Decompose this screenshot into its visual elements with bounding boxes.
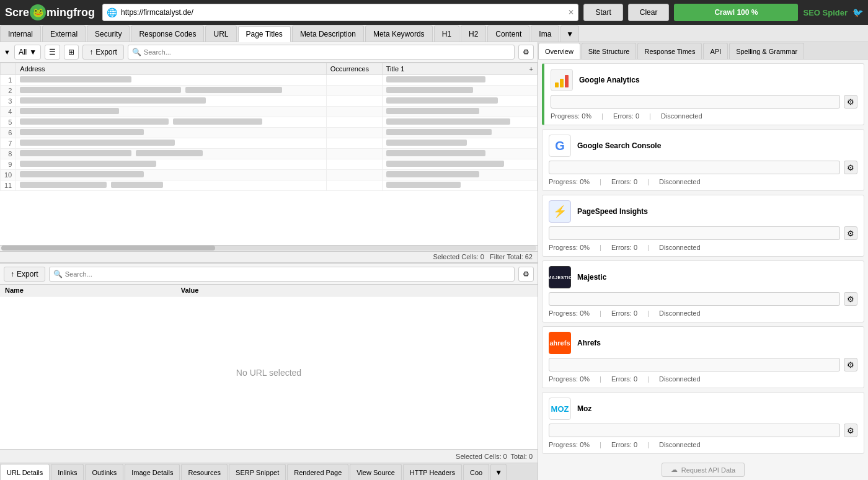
logo-text-1: Scre [5, 6, 29, 19]
row-number: 8 [1, 149, 16, 159]
right-tab-overview[interactable]: Overview [538, 43, 580, 59]
table-row[interactable]: 7 [1, 138, 538, 149]
table-row[interactable]: 9 [1, 159, 538, 170]
integration-input[interactable] [549, 424, 840, 437]
horizontal-scrollbar[interactable] [0, 245, 538, 251]
data-table: Address Occurrences Title 1 + 1 [0, 63, 538, 191]
integration-progress: Progress: 0% [549, 375, 590, 383]
integration-settings-button[interactable]: ⚙ [844, 424, 857, 437]
integration-input[interactable] [549, 226, 840, 240]
integration-input[interactable] [549, 161, 840, 174]
integration-settings-button[interactable]: ⚙ [844, 358, 857, 371]
tab-image-details[interactable]: Image Details [125, 464, 180, 480]
table-row[interactable]: 8 [1, 149, 538, 159]
filter-options-button[interactable]: ⚙ [518, 45, 534, 60]
row-title1 [382, 180, 537, 191]
col-title1[interactable]: Title 1 + [382, 63, 537, 75]
request-api-button[interactable]: ☁ Request API Data [662, 463, 745, 477]
table-row[interactable]: 3 [1, 96, 538, 107]
right-tab-response-times[interactable]: Response Times [637, 43, 702, 59]
bottom-export-button[interactable]: ↑ Export [4, 267, 45, 282]
card-header: MOZ Moz [549, 398, 857, 420]
table-row[interactable]: 2 [1, 86, 538, 96]
bottom-search-box[interactable]: 🔍 [49, 267, 515, 282]
tab-security[interactable]: Security [87, 25, 130, 42]
url-input[interactable] [121, 8, 564, 17]
tab-response-codes[interactable]: Response Codes [131, 25, 204, 42]
tab-internal[interactable]: Internal [0, 25, 41, 42]
options-icon: ⚙ [523, 48, 529, 56]
col-address[interactable]: Address [16, 63, 327, 75]
bottom-tab-bar: URL Details Inlinks Outlinks Image Detai… [0, 463, 538, 480]
integration-card-pagespeed_insights: ⚡ PageSpeed Insights ⚙ Progress: 0% | Er… [542, 195, 864, 257]
table-row[interactable]: 1 [1, 75, 538, 86]
search-input[interactable] [144, 48, 510, 56]
integration-progress: Progress: 0% [549, 178, 590, 185]
data-table-container[interactable]: Address Occurrences Title 1 + 1 [0, 63, 538, 245]
tree-view-button[interactable]: ⊞ [64, 45, 79, 60]
tab-page-titles[interactable]: Page Titles [238, 26, 291, 42]
tab-coo[interactable]: Coo [463, 464, 489, 480]
table-row[interactable]: 11 [1, 180, 538, 191]
col-name-header: Name [5, 287, 181, 294]
integration-errors: Errors: 0 [611, 441, 637, 448]
tab-ima[interactable]: Ima [531, 25, 559, 42]
card-body: ⚙ [549, 358, 857, 371]
integration-name: Google Analytics [579, 76, 640, 84]
clear-button[interactable]: Clear [628, 4, 670, 21]
tab-resources[interactable]: Resources [181, 464, 228, 480]
tab-h2[interactable]: H2 [461, 25, 486, 42]
bottom-tab-more[interactable]: ▼ [490, 464, 507, 480]
integration-status: Disconnected [661, 112, 702, 120]
tab-more-button[interactable]: ▼ [560, 25, 579, 42]
integration-progress: Progress: 0% [549, 309, 590, 317]
filter-select[interactable]: All ▼ [14, 45, 41, 60]
table-row[interactable]: 5 [1, 117, 538, 128]
crawl-button[interactable]: Crawl 100 % [674, 4, 798, 21]
list-view-button[interactable]: ☰ [45, 45, 60, 60]
tab-url-details[interactable]: URL Details [0, 464, 50, 480]
add-col-button[interactable]: + [529, 65, 533, 73]
tab-serp-snippet[interactable]: SERP Snippet [229, 464, 286, 480]
bottom-search-input[interactable] [65, 270, 510, 278]
clear-url-icon[interactable]: ✕ [568, 8, 574, 17]
url-bar[interactable]: 🌐 ✕ [102, 4, 578, 21]
tab-view-source[interactable]: View Source [350, 464, 402, 480]
integration-settings-button[interactable]: ⚙ [844, 161, 857, 174]
twitter-icon[interactable]: 🐦 [852, 7, 863, 17]
tab-rendered-page[interactable]: Rendered Page [287, 464, 348, 480]
tab-meta-keywords[interactable]: Meta Keywords [365, 25, 433, 42]
start-button[interactable]: Start [583, 4, 622, 21]
tab-meta-description[interactable]: Meta Description [292, 25, 364, 42]
integration-settings-button[interactable]: ⚙ [844, 226, 857, 240]
bottom-filter-options-button[interactable]: ⚙ [518, 267, 534, 282]
table-row[interactable]: 4 [1, 107, 538, 117]
search-box[interactable]: 🔍 [128, 45, 515, 60]
col-occurrences[interactable]: Occurrences [326, 63, 382, 75]
tab-url[interactable]: URL [205, 25, 236, 42]
row-occurrences [326, 86, 382, 96]
tab-inlinks[interactable]: Inlinks [51, 464, 84, 480]
table-row[interactable]: 6 [1, 128, 538, 138]
integration-input[interactable] [549, 292, 840, 306]
scroll-thumb[interactable] [1, 246, 215, 251]
cloud-icon: ☁ [671, 466, 678, 474]
tab-h1[interactable]: H1 [434, 25, 459, 42]
tab-external[interactable]: External [42, 25, 86, 42]
tab-content[interactable]: Content [487, 25, 529, 42]
integration-settings-button[interactable]: ⚙ [844, 95, 857, 109]
row-address [16, 170, 327, 180]
right-tab-api[interactable]: API [703, 43, 728, 59]
card-header: MAJESTIC Majestic [549, 266, 857, 288]
integration-settings-button[interactable]: ⚙ [844, 292, 857, 306]
tab-outlinks[interactable]: Outlinks [85, 464, 123, 480]
right-tab-spelling-grammar[interactable]: Spelling & Grammar [729, 43, 804, 59]
table-row[interactable]: 10 [1, 170, 538, 180]
export-button[interactable]: ↑ Export [82, 45, 124, 60]
scroll-track[interactable] [1, 246, 536, 251]
tab-http-headers[interactable]: HTTP Headers [403, 464, 462, 480]
integration-input[interactable] [551, 95, 840, 109]
right-tab-site-structure[interactable]: Site Structure [582, 43, 637, 59]
integration-input[interactable] [549, 358, 840, 371]
row-occurrences [326, 75, 382, 86]
